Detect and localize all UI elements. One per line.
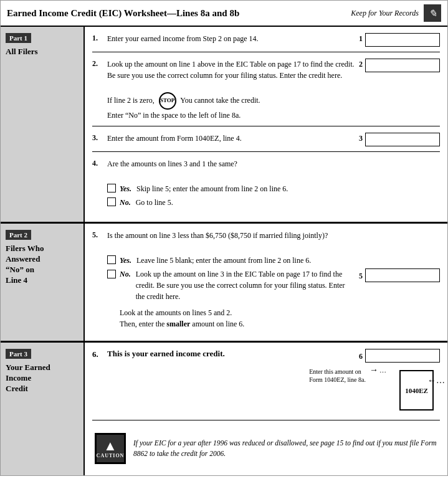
part3-title-line2: Income [6, 373, 31, 382]
caution-icon: ▲ CAUTION [95, 433, 126, 464]
line2-row: 2. Look up the amount on line 1 above in… [92, 59, 440, 121]
line5-no-checkbox[interactable] [107, 270, 116, 278]
line6-enter-note: Enter this amount on Form 1040EZ, line 8… [309, 368, 366, 384]
part1-label: Part 1 All Filers [1, 27, 85, 222]
line5-question: Is the amount on line 3 less than $6,750… [107, 230, 440, 241]
line1-field-wrap: 1 [359, 33, 440, 47]
line5-row: 5. Is the amount on line 3 less than $6,… [92, 230, 440, 330]
line5-no-label: No. [120, 268, 131, 280]
worksheet: Part 1 All Filers 1. Enter your earned i… [1, 27, 447, 475]
line5-input[interactable] [365, 268, 440, 282]
sep6 [92, 420, 440, 420]
line1-number: 1. [92, 33, 103, 43]
page-title: Earned Income Credit (EIC) Worksheet—Lin… [7, 8, 239, 19]
line2-text-a: Look up the amount on line 1 above in th… [107, 60, 355, 80]
line4-row: 4. Are the amounts on lines 3 and 1 the … [92, 158, 440, 211]
caution-text: If your EIC for a year after 1996 was re… [133, 438, 437, 460]
part2-content: 5. Is the amount on line 3 less than $6,… [85, 224, 447, 341]
line5-content: Is the amount on line 3 less than $6,750… [107, 230, 440, 330]
line2-text-c: You cannot take the credit. [180, 96, 260, 105]
line4-no-checkbox[interactable] [107, 197, 116, 206]
part2-label: Part 2 Filers WhoAnswered“No” onLine 4 [1, 224, 85, 341]
part1-content: 1. Enter your earned income from Step 2 … [85, 27, 447, 222]
dots-icon: … [379, 366, 388, 374]
line6-text: This is your earned income credit. [107, 349, 225, 359]
header-right: Keep for Your Records ✎ [351, 4, 441, 22]
line1-field-label: 1 [359, 33, 363, 44]
line3-input[interactable] [365, 133, 440, 146]
part2-badge: Part 2 [6, 230, 31, 240]
line1-row: 1. Enter your earned income from Step 2 … [92, 33, 440, 47]
part3-label: Part 3 Your Earned Income Credit [1, 343, 85, 475]
form1040ez-graphic: 1040EZ ←… [396, 365, 440, 415]
arrow-dots-wrap: → … [369, 365, 388, 375]
line4-no-text: Go to line 5. [136, 197, 173, 208]
enter-note-b: Form 1040EZ, line 8a. [309, 376, 366, 383]
line4-no-label: No. [120, 197, 131, 208]
line6-field-row: 6 [359, 349, 440, 363]
line4-yes-row: Yes. Skip line 5; enter the amount from … [107, 183, 440, 194]
line6-number: 6. [92, 349, 103, 359]
line5-note-a: Look at the amounts on lines 5 and 2. [120, 307, 440, 318]
caution-label: CAUTION [97, 453, 125, 458]
line5-field-label: 5 [359, 269, 363, 282]
sep1 [92, 52, 440, 52]
line6-input[interactable] [365, 349, 440, 363]
line5-no-area: No. Look up the amount on line 3 in the … [107, 268, 440, 302]
line4-yes-text: Skip line 5; enter the amount from line … [136, 183, 288, 194]
line2-field-label: 2 [359, 59, 363, 69]
line4-yes-label: Yes. [120, 183, 131, 194]
line1-text: Enter your earned income from Step 2 on … [107, 33, 355, 44]
line5-yes-checkbox[interactable] [107, 255, 116, 264]
part3-badge: Part 3 [6, 349, 31, 359]
line6-left: 6. This is your earned income credit. [92, 349, 298, 359]
stop-sign: STOP [159, 92, 176, 110]
line5-number: 5. [92, 230, 103, 240]
part3-content: 6. This is your earned income credit. 6 … [85, 343, 447, 475]
line2-number: 2. [92, 59, 103, 69]
form-label: 1040EZ [405, 387, 428, 394]
line2-text-b: If line 2 is zero, [107, 96, 155, 105]
line4-number: 4. [92, 158, 103, 168]
header: Earned Income Credit (EIC) Worksheet—Lin… [1, 1, 447, 27]
line2-text: Look up the amount on line 1 above in th… [107, 59, 355, 121]
line2-text-d: Enter “No” in the space to the left of l… [107, 111, 241, 120]
page: Earned Income Credit (EIC) Worksheet—Lin… [0, 0, 448, 476]
line3-field-wrap: 3 [359, 133, 440, 146]
line2-input[interactable] [365, 59, 440, 72]
pencil-icon: ✎ [424, 4, 441, 22]
part1-badge: Part 1 [6, 33, 31, 43]
smaller-word: smaller [166, 320, 190, 328]
line4-question: Are the amounts on lines 3 and 1 the sam… [107, 158, 440, 169]
line3-number: 3. [92, 133, 103, 143]
caution-row: ▲ CAUTION If your EIC for a year after 1… [92, 428, 440, 469]
line5-yes-row: Yes. Leave line 5 blank; enter the amoun… [107, 255, 440, 266]
part3-section: Part 3 Your Earned Income Credit 6. This… [1, 343, 447, 475]
line2-field-wrap: 2 [359, 59, 440, 72]
line4-yes-checkbox[interactable] [107, 184, 116, 192]
line6-note-row: Enter this amount on Form 1040EZ, line 8… [309, 365, 440, 415]
line3-row: 3. Enter the amount from Form 1040EZ, li… [92, 133, 440, 146]
part3-title-line3: Credit [6, 384, 28, 393]
sep3 [92, 151, 440, 152]
line3-text: Enter the amount from Form 1040EZ, line … [107, 133, 355, 144]
line1-input[interactable] [365, 33, 440, 47]
line6-right-block: 6 Enter this amount on Form 1040EZ, line… [303, 349, 440, 415]
part2-section: Part 2 Filers WhoAnswered“No” onLine 4 5… [1, 224, 447, 343]
line5-no-text: Look up the amount on line 3 in the EIC … [136, 268, 355, 302]
line4-no-row: No. Go to line 5. [107, 197, 440, 208]
line5-no-inner: No. Look up the amount on line 3 in the … [107, 268, 355, 302]
enter-note-a: Enter this amount on [309, 368, 361, 375]
line5-field-wrap: 5 [359, 268, 440, 282]
line5-yes-label: Yes. [120, 255, 131, 266]
keep-note: Keep for Your Records [351, 9, 419, 18]
line5-yes-text: Leave line 5 blank; enter the amount fro… [136, 255, 311, 266]
form-arrow-dots: ←… [427, 376, 445, 385]
part3-title: Your Earned Income Credit [6, 363, 79, 394]
line6-row: 6. This is your earned income credit. 6 … [92, 349, 440, 415]
part3-title-line1: Your Earned [6, 363, 50, 372]
line4-content: Are the amounts on lines 3 and 1 the sam… [107, 158, 440, 211]
arrow-right-icon: → [369, 365, 378, 375]
sep2 [92, 126, 440, 126]
caution-triangle-icon: ▲ [103, 439, 117, 453]
